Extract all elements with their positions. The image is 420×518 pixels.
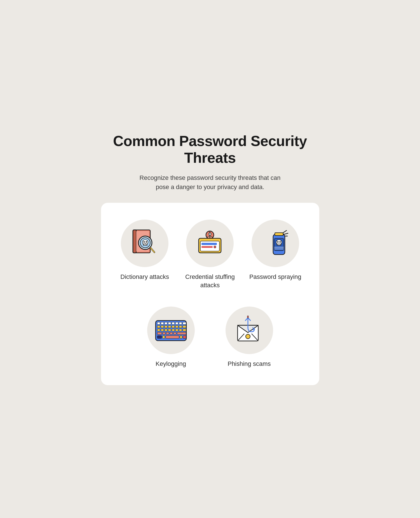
credential-icon [193,227,227,260]
svg-point-75 [246,334,250,339]
threat-item-credential: Credential stuffing attacks [180,220,240,290]
threats-card: Dictionary attacks [101,203,319,385]
svg-rect-52 [175,326,178,328]
svg-rect-41 [165,322,167,324]
keyboard-icon-circle [147,307,195,354]
threat-item-spray: Password spraying [245,220,305,281]
dictionary-label: Dictionary attacks [120,273,169,281]
svg-rect-65 [166,332,169,335]
svg-rect-53 [179,326,182,328]
svg-rect-71 [166,336,179,338]
svg-rect-51 [172,326,175,328]
spray-icon [259,227,292,260]
svg-rect-62 [183,329,186,331]
threat-item-keylogging: Keylogging [143,307,199,368]
svg-rect-55 [157,329,160,331]
svg-rect-67 [173,332,176,335]
svg-rect-42 [168,322,171,324]
svg-rect-59 [172,329,175,331]
dictionary-icon-circle [121,220,168,267]
svg-rect-39 [157,322,160,324]
svg-rect-18 [201,243,217,245]
svg-point-7 [144,241,145,242]
svg-rect-44 [175,322,178,324]
page-subtitle: Recognize these password security threat… [137,173,283,192]
svg-rect-19 [201,246,213,248]
svg-rect-58 [168,329,171,331]
svg-rect-48 [161,326,164,328]
svg-rect-70 [163,336,165,338]
phishing-label: Phishing scams [227,360,271,368]
svg-rect-1 [133,230,136,253]
svg-rect-72 [180,336,182,338]
svg-rect-47 [157,326,160,328]
svg-rect-37 [274,248,284,249]
svg-point-20 [214,246,216,248]
threats-row-2: Keylogging [115,307,305,368]
svg-line-13 [151,248,154,252]
svg-rect-46 [183,322,186,324]
svg-rect-54 [183,326,186,328]
svg-rect-60 [175,329,178,331]
phishing-icon-circle [226,307,273,354]
spray-label: Password spraying [249,273,301,281]
svg-rect-63 [157,332,162,335]
svg-rect-68 [177,332,186,335]
dictionary-icon [128,227,161,260]
svg-rect-50 [168,326,171,328]
keylogging-label: Keylogging [156,360,186,368]
svg-point-8 [146,241,147,242]
svg-rect-56 [161,329,164,331]
svg-rect-76 [247,316,248,318]
phishing-icon [233,314,266,347]
page-title: Common Password Security Threats [101,133,319,166]
svg-line-23 [284,233,288,234]
svg-rect-49 [165,326,167,328]
keyboard-icon [153,315,189,346]
credential-label: Credential stuffing attacks [180,273,240,290]
svg-line-22 [283,230,287,233]
svg-rect-69 [157,336,162,338]
svg-rect-27 [275,233,283,236]
threat-item-phishing: Phishing scams [221,307,277,368]
svg-rect-57 [165,329,167,331]
svg-point-32 [279,241,281,242]
svg-rect-64 [163,332,165,335]
svg-rect-45 [179,322,182,324]
svg-rect-73 [183,336,186,338]
svg-rect-36 [274,247,284,248]
credential-icon-circle [186,220,234,267]
svg-rect-43 [172,322,175,324]
spray-icon-circle [252,220,299,267]
svg-rect-61 [179,329,182,331]
svg-point-31 [277,241,278,242]
threat-item-dictionary: Dictionary attacks [115,220,175,281]
header: Common Password Security Threats Recogni… [101,133,319,192]
threats-row-1: Dictionary attacks [115,220,305,290]
page-wrapper: Common Password Security Threats Recogni… [101,133,319,385]
svg-rect-40 [161,322,164,324]
svg-rect-66 [170,332,173,335]
